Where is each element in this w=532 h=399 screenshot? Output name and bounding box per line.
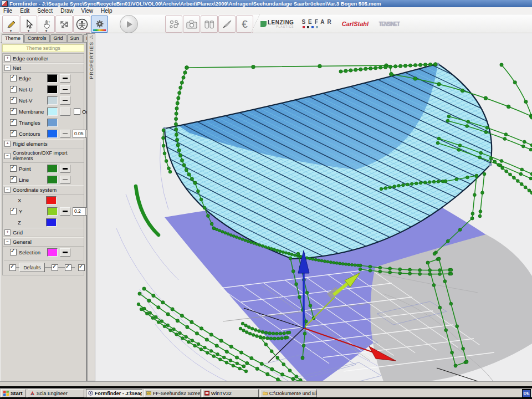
pen-icon [222,19,233,29]
collapse-icon[interactable]: − [4,239,11,245]
taskbar-item-scia[interactable]: Scia Engineer [28,389,84,397]
membrane-on-checkbox[interactable] [74,108,80,115]
taskbar-item-explorer[interactable]: C:\Dokumente und Einst... [260,389,317,397]
sponsor-logos: LENZING PLASTICS SEFAR CarlStahl TENSINE… [260,17,402,31]
collapse-arrow-icon[interactable]: ◁ [89,35,93,39]
touch-select-button[interactable]: + ▼ [38,16,55,33]
collapse-icon[interactable]: − [4,153,11,159]
select-cursor-button[interactable]: ▼ [20,16,37,33]
dropdown-arrow-icon[interactable]: ▼ [38,30,54,33]
materials-button[interactable] [201,16,218,33]
netu-linestyle-button[interactable] [60,85,70,94]
edge-linestyle-button[interactable] [60,74,70,83]
properties-collapse-strip[interactable]: ◁ PROPERTIES [87,33,95,381]
cursor-icon [24,19,33,29]
line-linestyle-button[interactable] [60,176,70,184]
defaults-checkbox-3[interactable] [65,264,71,271]
defaults-checkbox-2[interactable] [52,264,58,271]
netu-color-swatch[interactable] [47,85,58,94]
menu-help[interactable]: Help [98,8,117,14]
netv-checkbox[interactable] [10,97,17,104]
gear-icon [95,20,105,29]
hand-icon: + [42,19,52,29]
section-rigid-elements[interactable]: + Rigid elements [3,139,84,149]
selection-linestyle-button[interactable] [60,248,70,257]
point-checkbox[interactable] [10,165,17,172]
edge-checkbox[interactable] [10,75,17,81]
triangles-color-swatch[interactable] [47,119,58,127]
carlstahl-logo: CarlStahl [342,21,369,27]
axis-x-color-swatch[interactable] [46,196,57,204]
selection-checkbox[interactable] [10,249,17,255]
menu-view[interactable]: View [78,8,98,14]
dropdown-arrow-icon[interactable]: ▼ [3,30,19,33]
theme-settings-button[interactable] [91,16,108,33]
menu-draw[interactable]: Draw [57,8,78,14]
selection-color-swatch[interactable] [47,248,58,257]
section-coordinate-system[interactable]: − Coordinate system [3,185,84,195]
section-net[interactable]: − Net [3,63,84,73]
axis-y-color-swatch[interactable] [47,207,58,216]
menu-file[interactable]: File [0,8,17,14]
edge-color-swatch[interactable] [47,74,58,83]
section-edge-controller[interactable]: + Edge controller [3,54,84,63]
netu-checkbox[interactable] [10,86,17,93]
taskbar-item-formfinder[interactable]: Formfinder - J:\Seaga... [86,389,142,397]
scene-svg[interactable] [95,33,532,386]
tab-theme[interactable]: Theme [2,34,24,43]
contours-color-swatch[interactable] [47,130,58,138]
pencil-icon [6,19,16,29]
menu-select[interactable]: Select [34,8,57,14]
expand-icon[interactable]: + [4,55,11,62]
point-linestyle-button[interactable] [60,165,70,173]
dropdown-arrow-icon[interactable]: ▼ [21,30,37,33]
particles-button[interactable] [165,16,182,33]
lenzing-text: LENZING [268,20,294,25]
netv-linestyle-button[interactable] [60,96,70,105]
axis-y-linestyle-button[interactable] [60,207,70,216]
molecules-icon [168,19,180,30]
netv-color-swatch[interactable] [47,96,58,105]
contours-checkbox[interactable] [10,130,17,137]
membrane-checkbox[interactable] [10,108,17,115]
line-color-swatch[interactable] [47,176,58,184]
section-grid[interactable]: + Grid [3,228,84,237]
taskbar-item-wintv[interactable]: WinTV32 [202,389,259,397]
membrane-style-button[interactable] [60,108,70,116]
draw-pencil-button[interactable]: ▼ [2,16,19,33]
triangles-checkbox[interactable] [10,119,17,126]
point-color-swatch[interactable] [47,165,58,173]
expand-icon[interactable]: + [4,229,11,236]
tab-grid[interactable]: Grid [50,34,66,42]
play-icon [127,21,132,28]
language-indicator[interactable]: DE [523,390,530,397]
collapse-icon[interactable]: − [4,187,11,193]
snapshot-button[interactable] [183,16,200,33]
line-checkbox[interactable] [10,176,17,183]
section-general[interactable]: − General [3,237,84,247]
defaults-checkbox-1[interactable] [9,264,16,271]
section-construction[interactable]: − Construction/DXF import elements [3,149,84,163]
tab-controls[interactable]: Controls [24,34,50,42]
row-netu: Net-U [3,84,84,95]
menu-edit[interactable]: Edit [17,8,34,14]
tab-sun[interactable]: Sun [67,34,83,42]
start-button[interactable]: Start [1,389,26,397]
orbit-move-button[interactable] [55,16,73,33]
sketch-pen-button[interactable] [218,16,236,33]
properties-strip-label: PROPERTIES [89,42,94,79]
expand-icon[interactable]: + [4,141,11,147]
defaults-checkbox-4[interactable] [78,264,85,271]
theme-settings-header: Theme settings [2,44,84,52]
vitruvian-view-button[interactable] [73,16,90,33]
viewport-3d[interactable] [95,33,532,386]
collapse-icon[interactable]: − [4,65,11,71]
scia-icon [30,391,35,396]
membrane-color-swatch[interactable] [47,108,58,116]
contours-linestyle-button[interactable] [60,130,70,138]
play-button[interactable] [120,15,138,33]
axis-y-checkbox[interactable] [10,208,17,214]
axis-z-color-swatch[interactable] [46,218,57,227]
taskbar-item-screenshot[interactable]: FF-Seehunde2 Screensh... [144,389,201,397]
defaults-button[interactable]: Defaults [19,263,45,272]
